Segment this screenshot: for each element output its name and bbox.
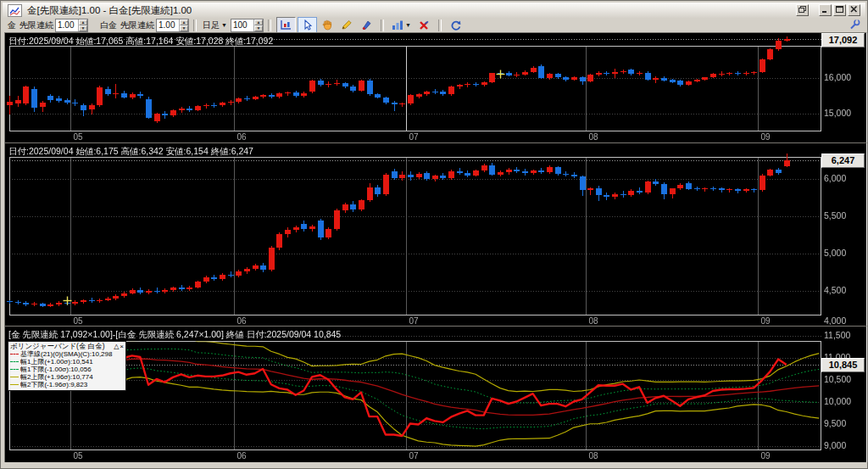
gold-chart-canvas[interactable]: [5, 33, 865, 142]
legend-item: 幅1下限(-1.00σ):10,056: [10, 366, 124, 373]
instrument1-series: 先限連続: [19, 20, 53, 31]
window-title: 金[先限連続]1.00 - 白金[先限連続]1.00: [27, 4, 794, 17]
spinner-value: 1.00: [157, 20, 179, 31]
spinner-arrows: ▲▼: [78, 20, 87, 31]
legend-item-label: 幅1上限(+1.00σ):10,541: [20, 358, 93, 366]
platinum-chart-canvas[interactable]: [5, 143, 865, 325]
pencil-icon[interactable]: [338, 18, 356, 32]
legend-item: 幅2上限(+1.96σ):10,774: [10, 373, 124, 381]
platinum-info-line: 日付:2025/09/04 始値:6,175 高値:6,342 安値:6,154…: [8, 146, 253, 158]
maximize-button[interactable]: [833, 4, 846, 16]
platinum-last-price: 6,247: [821, 154, 865, 168]
pen-icon[interactable]: [358, 18, 376, 32]
legend-item-label: 幅2上限(+1.96σ):10,774: [20, 373, 93, 381]
legend-item: 基準線(21)(0)(SMA)(C):10,298: [10, 350, 124, 358]
toolbar-separator: [193, 20, 197, 31]
spread-chart-panel: [金 先限連続 17,092×1.00]-[白金 先限連続 6,247×1.00…: [4, 326, 867, 464]
toolbar-separator: [268, 20, 271, 31]
legend-line-swatch: [10, 361, 19, 362]
bar-chart-icon[interactable]: ▼: [389, 18, 414, 32]
legend-line-swatch: [10, 384, 19, 385]
gold-info-line: 日付:2025/09/04 始値:17,065 高値:17,164 安値:17,…: [8, 36, 273, 47]
wrench-icon[interactable]: [849, 19, 860, 32]
bollinger-legend[interactable]: ボリンジャーバンド(金 白金) △ × 基準線(21)(0)(SMA)(C):1…: [8, 341, 126, 391]
instrument1-multiplier-spinner[interactable]: 1.00 ▲▼: [55, 19, 88, 32]
spinner-up-button[interactable]: ▲: [254, 20, 263, 25]
spinner-value: 1.00: [56, 20, 78, 31]
hand-icon[interactable]: [319, 18, 337, 32]
instrument2-label: 白金: [100, 20, 117, 31]
legend-item-label: 基準線(21)(0)(SMA)(C):10,298: [20, 350, 112, 358]
spread-header: [金 先限連続 17,092×1.00]-[白金 先限連続 6,247×1.00…: [8, 329, 341, 341]
chevron-down-icon: ▼: [405, 22, 411, 28]
spinner-up-button[interactable]: ▲: [79, 20, 87, 25]
toolbar-separator: [438, 20, 442, 31]
period-dropdown-icon[interactable]: ▼: [221, 22, 227, 28]
instrument2-multiplier-spinner[interactable]: 1.00 ▲▼: [156, 19, 189, 32]
platinum-chart-panel: 日付:2025/09/04 始値:6,175 高値:6,342 安値:6,154…: [4, 142, 867, 327]
spread-chart-canvas[interactable]: [5, 327, 865, 461]
spinner-down-button[interactable]: ▼: [180, 25, 188, 31]
refresh-icon[interactable]: [447, 18, 465, 32]
legend-item-label: 幅2下限(-1.96σ):9,823: [20, 381, 87, 388]
spinner-down-button[interactable]: ▼: [254, 25, 263, 31]
float-window-button[interactable]: [796, 4, 809, 16]
title-bar[interactable]: 金[先限連続]1.00 - 白金[先限連続]1.00: [3, 3, 865, 18]
legend-item-label: 幅1下限(-1.00σ):10,056: [20, 366, 92, 373]
legend-item: 幅2下限(-1.96σ):9,823: [10, 381, 124, 388]
legend-line-swatch: [10, 377, 19, 377]
spinner-arrows: ▲▼: [179, 20, 188, 31]
instrument1-label: 金: [8, 20, 16, 31]
legend-line-swatch: [10, 369, 19, 370]
delete-icon[interactable]: [415, 18, 433, 32]
close-button[interactable]: [848, 4, 860, 16]
toolbar: 金 先限連続 1.00 ▲▼ 白金 先限連続 1.00 ▲▼ 日足 ▼ 100 …: [3, 18, 865, 32]
gold-last-price: 17,092: [821, 33, 865, 47]
period-label[interactable]: 日足: [203, 20, 220, 31]
window-bottom-edge: [3, 462, 867, 468]
legend-title: ボリンジャーバンド(金 白金): [10, 343, 113, 350]
legend-collapse-icon[interactable]: △: [114, 343, 119, 350]
spinner-up-button[interactable]: ▲: [180, 20, 188, 25]
legend-close-icon[interactable]: ×: [120, 343, 124, 350]
legend-item: 幅1上限(+1.00σ):10,541: [10, 358, 124, 366]
spread-last-value: 10,845: [821, 358, 865, 372]
chart-tool-icon[interactable]: [276, 17, 296, 33]
app-window: 金[先限連続]1.00 - 白金[先限連続]1.00 金 先限連続 1.00 ▲…: [0, 0, 868, 469]
minimize-button[interactable]: [819, 4, 832, 16]
cursor-icon[interactable]: [298, 17, 317, 33]
legend-line-swatch: [10, 354, 19, 355]
instrument2-series: 先限連続: [120, 20, 154, 31]
chart-app-icon: [8, 4, 22, 17]
spinner-down-button[interactable]: ▼: [79, 25, 87, 31]
spinner-arrows: ▲▼: [253, 20, 263, 31]
bar-count-spinner[interactable]: 100 ▲▼: [231, 19, 264, 32]
toolbar-separator: [381, 20, 384, 31]
gold-chart-panel: 日付:2025/09/04 始値:17,065 高値:17,164 安値:17,…: [4, 32, 867, 144]
spinner-value: 100: [231, 20, 253, 31]
